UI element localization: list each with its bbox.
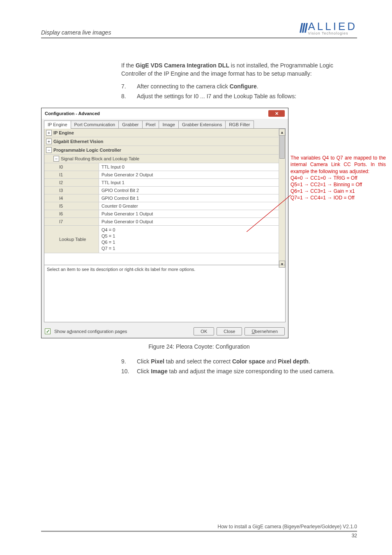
prop-name: I3 (44, 187, 99, 194)
category-ip-engine[interactable]: + IP Engine (44, 129, 285, 137)
prop-value[interactable]: TTL Input 1 (99, 179, 285, 186)
property-row-i3[interactable]: I3 GPIO Control Bit 2 (44, 187, 285, 194)
scroll-thumb[interactable] (279, 135, 285, 159)
intro-paragraph: If the GigE VDS Camera Integration DLL i… (121, 61, 357, 78)
prop-value[interactable]: Pulse Generator 2 Output (99, 171, 285, 178)
t: Image (151, 368, 167, 375)
subcat-label: Signal Routing Block and Lookup Table (61, 156, 139, 161)
intro-bold: GigE VDS Camera Integration DLL (136, 62, 229, 69)
close-button[interactable]: Close (217, 327, 242, 335)
dialog-footer: ✓ Show advanced configuration pages OK C… (42, 325, 288, 338)
tab-ip-engine[interactable]: IP Engine (44, 120, 71, 129)
step-8: 8. Adjust the settings for I0 ... I7 and… (121, 92, 357, 100)
property-row-i6[interactable]: I6 Pulse Generator 1 Output (44, 210, 285, 218)
callout-line: Q4=0 → CC1=0 → TRIG = Off (291, 175, 386, 181)
prop-name: I5 (44, 202, 99, 210)
t: and (265, 358, 278, 365)
scroll-up-icon[interactable]: ▲ (279, 129, 285, 136)
collapse-icon[interactable]: − (46, 147, 52, 153)
category-plc[interactable]: − Programmable Logic Controller (44, 146, 285, 155)
cat-label: IP Engine (53, 130, 74, 135)
property-row-i2[interactable]: I2 TTL Input 1 (44, 179, 285, 187)
tab-grabber[interactable]: Grabber (118, 120, 142, 129)
property-row-i0[interactable]: I0 TTL Input 0 (44, 163, 285, 171)
description-text: Select an item to see its description or… (47, 267, 195, 272)
t: tab and adjust the image size correspond… (168, 368, 334, 375)
expand-icon[interactable]: + (46, 139, 52, 144)
property-row-i4[interactable]: I4 GPIO Control Bit 1 (44, 194, 285, 202)
property-row-i1[interactable]: I1 Pulse Generator 2 Output (44, 171, 285, 179)
step-after: . (257, 83, 258, 90)
figure-caption: Figure 24: Pleora Coyote: Configuration (41, 343, 357, 350)
subcategory-signal-block[interactable]: − Signal Routing Block and Lookup Table (44, 155, 285, 163)
page-number: 32 (41, 533, 357, 539)
prop-value[interactable]: Q4 = 0 Q5 = 1 Q6 = 1 Q7 = 1 (99, 226, 118, 252)
category-gigabit-ethernet-vision[interactable]: + Gigabit Ethernet Vision (44, 137, 285, 146)
footer-text: How to install a GigE camera (Bigeye/Pea… (41, 524, 357, 530)
prop-value[interactable]: TTL Input 0 (99, 163, 285, 171)
prop-name: I7 (44, 218, 99, 225)
step-num: 7. (121, 82, 131, 90)
t: tab and select the correct (164, 358, 232, 365)
tab-image[interactable]: Image (159, 120, 179, 129)
step-num: 9. (121, 357, 131, 365)
prop-value[interactable]: Counter 0 Greater (99, 202, 285, 210)
header-separator (41, 37, 357, 39)
t: Color space (232, 358, 265, 365)
close-button[interactable]: ✕ (268, 110, 285, 117)
lookup-line: Q5 = 1 (101, 233, 115, 239)
property-row-i7[interactable]: I7 Pulse Generator 0 Output (44, 218, 285, 226)
apply-button[interactable]: Übernehmen (244, 327, 285, 335)
t: Click (137, 358, 151, 365)
cat-label: Programmable Logic Controller (53, 148, 121, 153)
tab-rgb-filter[interactable]: RGB Filter (225, 120, 254, 129)
tab-grabber-extensions[interactable]: Grabber Extensions (178, 120, 226, 129)
t: . (309, 358, 310, 365)
lookup-line: Q6 = 1 (101, 239, 115, 245)
property-row-i5[interactable]: I5 Counter 0 Greater (44, 202, 285, 210)
step-num: 8. (121, 92, 131, 100)
tab-port-communication[interactable]: Port Communication (71, 120, 119, 129)
prop-value[interactable]: GPIO Control Bit 1 (99, 194, 285, 202)
cat-label: Gigabit Ethernet Vision (53, 139, 103, 144)
callout-line: Q6=1 → CC3=1 → Gain = x1 (291, 188, 386, 194)
callout-intro: The variables Q4 to Q7 are mapped to the… (291, 155, 386, 175)
step-7: 7. After connecting to the camera click … (121, 82, 357, 90)
checkbox-label[interactable]: Show advanced configuration pages (54, 329, 127, 334)
step-text: After connecting to the camera click (137, 83, 230, 90)
logo-sub-text: Vision Technologies (308, 32, 357, 35)
prop-name: I6 (44, 210, 99, 217)
checkbox-advanced[interactable]: ✓ (45, 328, 51, 334)
tab-content: + IP Engine + Gigabit Ethernet Vision − … (44, 129, 286, 322)
property-row-lookup[interactable]: Lookup Table Q4 = 0 Q5 = 1 Q6 = 1 Q7 = 1 (44, 226, 285, 253)
footer-separator (41, 531, 357, 532)
dialog-titlebar: Configuration - Advanced ✕ (42, 108, 288, 119)
logo: /// ALLIED Vision Technologies (300, 21, 357, 36)
lookup-line: Q4 = 0 (101, 227, 115, 233)
tab-pixel[interactable]: Pixel (142, 120, 159, 129)
t: Pixel (151, 358, 164, 365)
prop-name: I4 (44, 194, 99, 202)
logo-main-text: ALLIED (308, 21, 357, 32)
lookup-line: Q7 = 1 (101, 245, 115, 252)
expand-icon[interactable]: + (46, 130, 52, 136)
prop-name: I1 (44, 171, 99, 178)
dialog-title-text: Configuration - Advanced (45, 111, 100, 116)
collapse-icon[interactable]: − (53, 156, 59, 162)
prop-name: I2 (44, 179, 99, 186)
callout-annotation: The variables Q4 to Q7 are mapped to the… (291, 155, 386, 201)
step-10: 10. Click Image tab and adjust the image… (121, 367, 357, 375)
step-num: 10. (121, 367, 131, 375)
ok-button[interactable]: OK (194, 327, 214, 335)
header-title: Display camera live images (41, 29, 111, 36)
scrollbar[interactable]: ▲ ▼ (279, 129, 285, 268)
page-header: Display camera live images /// ALLIED Vi… (41, 21, 357, 36)
steps-9-10: 9. Click Pixel tab and select the correc… (121, 357, 357, 376)
prop-value[interactable]: Pulse Generator 1 Output (99, 210, 285, 217)
step-text: Adjust the settings for I0 ... I7 and th… (137, 92, 296, 100)
prop-value[interactable]: Pulse Generator 0 Output (99, 218, 285, 225)
step-9: 9. Click Pixel tab and select the correc… (121, 357, 357, 365)
t: Pixel depth (278, 358, 309, 365)
prop-value[interactable]: GPIO Control Bit 2 (99, 187, 285, 194)
prop-name: I0 (44, 163, 99, 171)
